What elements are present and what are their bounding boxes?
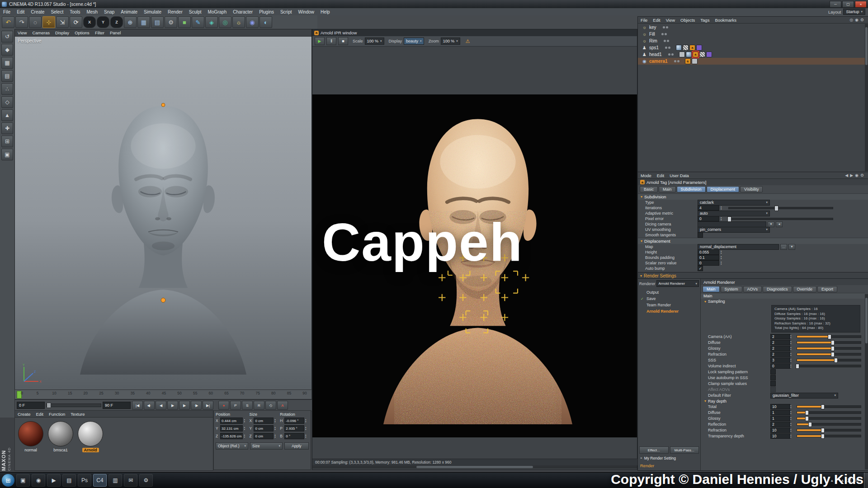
viewport-menu-view[interactable]: View <box>15 29 29 36</box>
object-mode-select[interactable]: Object (Rel.) ▾ <box>216 442 248 450</box>
taskbar-media-icon[interactable]: ▶ <box>47 474 61 487</box>
phong-tag-icon[interactable] <box>686 52 692 57</box>
value-stepper[interactable]: ▴▾ <box>790 346 794 351</box>
visibility-dot-editor[interactable] <box>665 47 667 49</box>
enable-axis-icon[interactable]: ✚ <box>1 122 13 134</box>
prev-frame-button[interactable]: ◀ <box>156 401 166 410</box>
number-input-height[interactable]: 0.055 <box>698 249 719 255</box>
value-stepper[interactable]: ▴▾ <box>721 255 724 260</box>
polygons-mode-icon[interactable]: ▲ <box>1 109 13 121</box>
goto-start-button[interactable]: |◀ <box>132 401 143 410</box>
value-stepper[interactable]: ▴▾ <box>790 416 794 421</box>
slider-knob[interactable] <box>828 334 831 339</box>
add-spline-icon[interactable]: ✎ <box>192 16 204 28</box>
stepper-down-icon[interactable]: ▾ <box>790 366 794 368</box>
value-stepper[interactable]: ▴▾ <box>244 434 247 438</box>
menu-mograph[interactable]: MoGraph <box>205 8 230 15</box>
param-value[interactable]: 3 <box>770 357 790 363</box>
slider-knob[interactable] <box>821 434 825 439</box>
object-menu-objects[interactable]: Objects <box>678 17 698 23</box>
param-value[interactable]: 10 <box>770 433 790 439</box>
menu-window[interactable]: Window <box>295 8 318 15</box>
param-slider[interactable] <box>797 347 861 350</box>
render-settings-item-output[interactable]: Output <box>638 289 700 296</box>
menu-edit[interactable]: Edit <box>14 8 28 15</box>
viewport-snap-icon[interactable]: ⊞ <box>1 136 13 147</box>
render-settings-item-arnold-renderer[interactable]: Arnold Renderer <box>638 308 700 314</box>
material-item[interactable]: normal <box>18 421 44 452</box>
renderer-tab-override[interactable]: Override <box>793 286 817 292</box>
apply-button[interactable]: Apply <box>284 442 309 450</box>
scrubber-knob[interactable] <box>47 403 51 408</box>
taskbar-notepad-icon[interactable]: ▥ <box>108 474 122 487</box>
value-stepper[interactable]: ▴▾ <box>721 250 724 254</box>
object-menu-file[interactable]: File <box>638 17 650 23</box>
arnold-tag-icon[interactable]: a <box>689 45 695 51</box>
value-stepper[interactable]: ▴▾ <box>790 334 794 339</box>
value-stepper[interactable]: ▴▾ <box>244 426 247 431</box>
viewport-menu-display[interactable]: Display <box>52 29 72 36</box>
add-camera-icon[interactable]: ◉ <box>246 16 259 28</box>
render-settings-item-save[interactable]: ✓Save <box>638 296 700 302</box>
effect-button[interactable]: Effect... <box>639 446 669 454</box>
locked-workplane-icon[interactable]: ▣ <box>1 149 13 160</box>
param-value[interactable]: 2 <box>770 334 790 339</box>
viewport-menu-filter[interactable]: Filter <box>92 29 107 36</box>
visibility-dot-editor[interactable] <box>674 60 676 62</box>
stepper-down-icon[interactable]: ▾ <box>305 428 309 431</box>
arnold-selected-tag-icon[interactable]: a <box>693 52 698 57</box>
menu-character[interactable]: Character <box>230 8 256 15</box>
coordinate-input-rotation-p[interactable]: 2.935 ° <box>284 425 304 432</box>
slider-knob[interactable] <box>831 346 835 351</box>
taskbar-explorer-icon[interactable]: ▣ <box>16 474 30 487</box>
tab-main[interactable]: Main <box>659 186 676 192</box>
visibility-dot-render[interactable] <box>667 40 669 42</box>
autokey-button[interactable]: A <box>277 401 288 410</box>
add-cube-icon[interactable]: ■ <box>178 16 191 28</box>
material-item[interactable]: Arnold <box>77 421 104 452</box>
rotate-tool-icon[interactable]: ⟳ <box>70 16 82 28</box>
value-stepper[interactable]: ▴▾ <box>790 358 794 362</box>
tab-basic[interactable]: Basic <box>640 186 658 192</box>
current-frame-field[interactable]: 0 F <box>17 402 45 409</box>
object-row-sps1[interactable]: ♟sps1a <box>638 44 868 51</box>
arnold-tag-icon[interactable]: a <box>685 58 691 64</box>
dropdown-type[interactable]: catclark▾ <box>698 200 770 206</box>
ipr-play-button[interactable]: ▶ <box>315 37 325 45</box>
minimize-button[interactable]: ─ <box>830 1 841 8</box>
value-stepper[interactable]: ▴▾ <box>274 434 278 438</box>
material-menu-function[interactable]: Function <box>46 411 68 417</box>
end-frame-field[interactable]: 90 F <box>103 402 131 409</box>
dropdown-uv-smoothing[interactable]: pin_corners▾ <box>698 227 770 233</box>
stepper-down-icon[interactable]: ▾ <box>790 360 794 362</box>
value-stepper[interactable]: ▴▾ <box>244 418 247 423</box>
stepper-down-icon[interactable]: ▾ <box>790 413 794 415</box>
param-value[interactable]: 1 <box>770 416 790 421</box>
tab-visibility[interactable]: Visibility <box>740 186 763 192</box>
renderer-tab-main[interactable]: Main <box>703 286 720 292</box>
slider-knob[interactable] <box>727 216 731 222</box>
menu-file[interactable]: File <box>0 8 14 15</box>
undo-icon[interactable]: ↶ <box>2 16 14 28</box>
render-view-icon[interactable]: ▦ <box>137 16 150 28</box>
visibility-dot-render[interactable] <box>671 53 674 56</box>
param-slider[interactable] <box>797 341 861 344</box>
value-stepper[interactable]: ▴▾ <box>790 422 794 427</box>
object-manager-scrollbar[interactable] <box>865 24 868 171</box>
settings-gear-icon[interactable]: ⚙ <box>860 173 864 178</box>
material-menu-texture[interactable]: Texture <box>68 411 87 417</box>
param-value[interactable]: 2 <box>770 422 790 427</box>
add-modifier-icon[interactable]: ◎ <box>219 16 231 28</box>
menu-animate[interactable]: Animate <box>118 8 141 15</box>
record-parameter-button[interactable]: ◇ <box>265 401 276 410</box>
search-icon[interactable]: ◎ <box>849 18 853 22</box>
ipr-stop-button[interactable]: ■ <box>338 37 348 45</box>
points-mode-icon[interactable]: ∴ <box>1 83 13 95</box>
history-forward-icon[interactable]: ▶ <box>850 173 853 178</box>
param-slider[interactable] <box>797 411 861 414</box>
visibility-dot-render[interactable] <box>666 26 668 28</box>
slider-knob[interactable] <box>821 404 825 409</box>
display-tag-icon[interactable] <box>692 58 698 64</box>
history-back-icon[interactable]: ◀ <box>845 173 848 178</box>
close-button[interactable]: × <box>855 1 867 8</box>
